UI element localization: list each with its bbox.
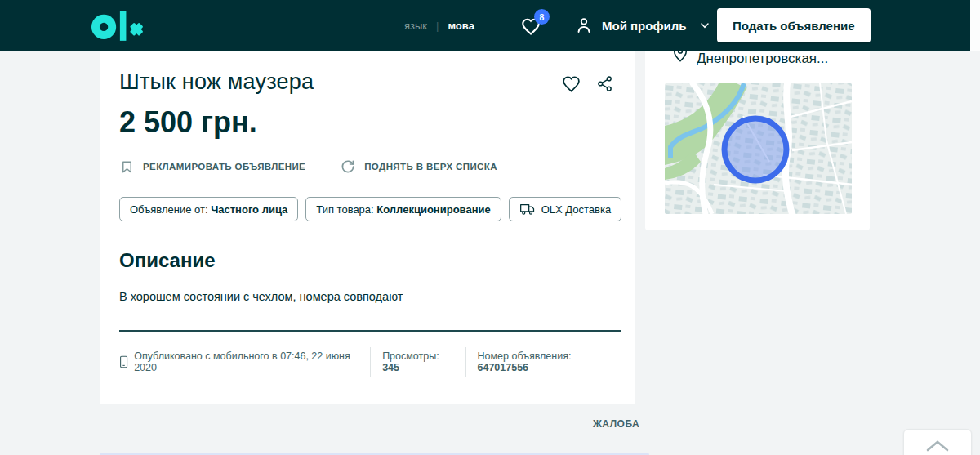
meta-separator	[370, 347, 371, 377]
ad-number-info: Номер объявления: 647017556	[477, 350, 615, 373]
favorite-listing-button[interactable]	[561, 74, 581, 94]
title-row: Штык нож маузера	[119, 69, 615, 95]
olx-logo-icon	[91, 10, 145, 41]
views-info: Просмотры: 345	[382, 350, 453, 373]
top-navbar: язык | мова 8 Мой профиль Подать объявле…	[0, 0, 970, 51]
published-info: Опубликовано с мобильного в 07:46, 22 ию…	[119, 350, 359, 373]
bump-listing-link[interactable]: ПОДНЯТЬ В ВЕРХ СПИСКА	[340, 158, 497, 175]
lang-option-russian[interactable]: язык	[404, 20, 427, 32]
scrollbar-strip[interactable]	[970, 0, 980, 51]
user-icon	[574, 16, 594, 35]
location-label: Днепропетровская...	[697, 49, 828, 69]
mobile-phone-icon	[119, 355, 128, 368]
chip-seller-type[interactable]: Объявление от: Частного лица	[119, 197, 298, 221]
post-ad-button[interactable]: Подать объявление	[717, 8, 871, 42]
chip-label: OLX Доставка	[541, 203, 611, 216]
bookmark-icon	[119, 159, 135, 175]
title-actions	[561, 74, 613, 94]
map-area-circle	[724, 118, 786, 181]
profile-label: Мой профиль	[602, 19, 687, 33]
chip-olx-delivery[interactable]: OLX Доставка	[509, 197, 621, 221]
chevron-up-icon	[925, 439, 950, 452]
scroll-to-top-button[interactable]	[903, 429, 972, 455]
share-listing-button[interactable]	[596, 74, 613, 94]
advertise-listing-link[interactable]: РЕКЛАМИРОВАТЬ ОБЪЯВЛЕНИЕ	[119, 159, 305, 175]
views-text: Просмотры: 345	[382, 350, 453, 373]
chevron-down-icon	[698, 19, 711, 32]
chip-item-category[interactable]: Тип товара: Коллекционирование	[305, 197, 501, 221]
lang-option-ukrainian[interactable]: мова	[448, 20, 474, 32]
chip-label: Объявление от: Частного лица	[130, 203, 287, 216]
map-image	[665, 83, 852, 214]
lang-separator: |	[436, 20, 439, 32]
ad-number-text: Номер объявления: 647017556	[477, 350, 615, 373]
listing-meta-row: Опубликовано с мобильного в 07:46, 22 ию…	[119, 347, 615, 377]
favorites-button[interactable]: 8	[520, 16, 553, 40]
heart-icon	[561, 74, 581, 94]
profile-menu[interactable]: Мой профиль	[574, 0, 711, 51]
published-info-text: Опубликовано с мобильного в 07:46, 22 ию…	[134, 350, 359, 373]
description-heading: Описание	[119, 249, 615, 272]
language-switcher: язык | мова	[404, 0, 474, 51]
location-map[interactable]	[665, 83, 852, 214]
listing-card: Штык нож маузера 2 500 грн.	[100, 51, 635, 404]
attribute-chips: Объявление от: Частного лица Тип товара:…	[119, 197, 615, 221]
share-icon	[596, 75, 613, 92]
meta-separator	[466, 347, 466, 377]
favorites-count-badge: 8	[534, 9, 550, 25]
page: Днепропетровская...	[0, 0, 980, 455]
refresh-icon	[340, 158, 356, 175]
listing-price: 2 500 грн.	[119, 105, 615, 140]
description-text: В хорошем состоянии с чехлом, номера сов…	[119, 290, 615, 303]
olx-logo[interactable]	[91, 10, 145, 44]
report-listing-link[interactable]: ЖАЛОБА	[593, 418, 639, 430]
delivery-truck-icon	[519, 202, 536, 216]
bump-listing-label: ПОДНЯТЬ В ВЕРХ СПИСКА	[364, 162, 497, 172]
listing-title: Штык нож маузера	[119, 69, 314, 95]
advertise-listing-label: РЕКЛАМИРОВАТЬ ОБЪЯВЛЕНИЕ	[143, 162, 305, 172]
location-map-card: Днепропетровская...	[645, 33, 870, 230]
chip-label: Тип товара: Коллекционирование	[316, 203, 490, 216]
divider	[119, 330, 621, 332]
promo-row: РЕКЛАМИРОВАТЬ ОБЪЯВЛЕНИЕ ПОДНЯТЬ В ВЕРХ …	[119, 158, 615, 175]
